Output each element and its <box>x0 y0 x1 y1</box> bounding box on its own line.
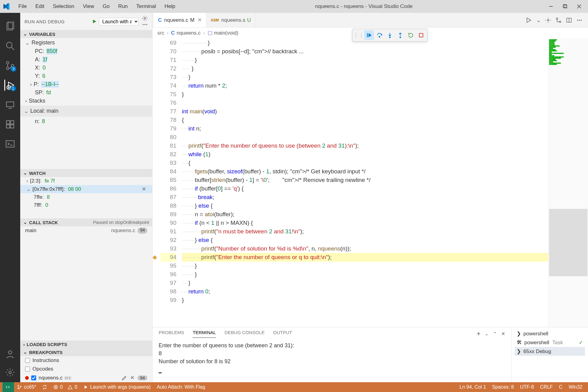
terminal-dropdown-icon[interactable]: ⌄ <box>485 331 489 337</box>
auto-attach[interactable]: Auto Attach: With Flag <box>154 384 208 390</box>
gear-icon[interactable] <box>545 17 551 23</box>
registers-group[interactable]: ⌄Registers <box>29 39 152 47</box>
language-mode[interactable]: C <box>556 384 566 390</box>
svg-marker-52 <box>85 386 87 389</box>
git-sync[interactable] <box>39 385 50 390</box>
eol[interactable]: CRLF <box>537 384 556 390</box>
more-icon[interactable] <box>576 17 582 23</box>
panel-tab-output[interactable]: OUTPUT <box>273 330 292 338</box>
step-over-button[interactable] <box>375 30 384 40</box>
menu-help[interactable]: Help <box>160 2 179 11</box>
minimap[interactable]: ██████████████████████████████████ █████… <box>548 39 588 327</box>
menu-edit[interactable]: Edit <box>31 2 48 11</box>
close-button[interactable] <box>576 4 582 9</box>
terminal-item[interactable]: 🛠powershellTask✓ <box>515 338 585 347</box>
run-icon[interactable] <box>525 17 532 24</box>
terminal-item[interactable]: ❯powershell <box>515 329 585 338</box>
maximize-panel-icon[interactable]: ⌃ <box>493 331 497 337</box>
accounts-icon[interactable] <box>5 349 16 360</box>
edit-icon[interactable] <box>122 375 127 381</box>
restart-button[interactable] <box>406 30 416 40</box>
title-bar: File Edit Selection View Go Run Terminal… <box>0 0 588 13</box>
encoding[interactable]: UTF-8 <box>517 384 537 390</box>
tab-nqueens-s[interactable]: ASMnqueens.sU <box>206 13 255 27</box>
maximize-button[interactable] <box>562 4 568 9</box>
run-debug-icon[interactable]: 1 <box>4 80 15 91</box>
indentation[interactable]: Spaces: 8 <box>489 384 517 390</box>
watch-row[interactable]: ⌄[0x7ffe:0x7fff]: 08 00✕ <box>20 185 152 193</box>
debug-toolbar[interactable]: ⋮⋮ <box>352 29 428 42</box>
os-indicator[interactable]: Win32 <box>566 384 586 390</box>
svg-point-46 <box>18 385 19 386</box>
split-icon[interactable] <box>566 17 572 23</box>
diff-icon[interactable] <box>556 17 562 23</box>
svg-marker-28 <box>527 18 531 22</box>
svg-rect-17 <box>10 121 14 124</box>
step-out-button[interactable] <box>395 30 405 40</box>
panel-tab-terminal[interactable]: TERMINAL <box>193 330 216 338</box>
menu-go[interactable]: Go <box>98 2 114 11</box>
source-control-icon[interactable]: 3 <box>5 60 16 71</box>
remove-bp-icon[interactable]: ✕ <box>130 375 134 381</box>
variables-section[interactable]: ⌄VARIABLES <box>20 30 152 38</box>
search-icon[interactable] <box>5 40 16 51</box>
terminal-panel-icon[interactable] <box>5 138 16 149</box>
remote-icon[interactable] <box>5 99 16 110</box>
breakpoints-section[interactable]: ⌄BREAKPOINTS <box>20 348 152 356</box>
minimize-button[interactable] <box>548 4 554 9</box>
menu-terminal[interactable]: Terminal <box>132 2 160 11</box>
svg-point-47 <box>18 388 19 389</box>
settings-icon[interactable] <box>5 367 16 378</box>
bp-file[interactable]: nqueens.csrc ✕94 <box>20 373 152 382</box>
debug-target[interactable]: Launch with args (nqueens) <box>80 384 153 390</box>
menu-view[interactable]: View <box>79 2 99 11</box>
explorer-icon[interactable] <box>5 21 16 32</box>
stack-frame[interactable]: mainnqueens.c94 <box>20 226 152 235</box>
more-icon[interactable] <box>142 21 148 28</box>
check-icon: ✓ <box>579 339 583 346</box>
breakpoint-gutter[interactable]: ◆ <box>153 39 160 327</box>
cursor-position[interactable]: Ln 94, Col 1 <box>457 384 489 390</box>
close-panel-icon[interactable]: ✕ <box>501 331 505 337</box>
delete-watch-icon[interactable]: ✕ <box>142 186 146 192</box>
svg-point-34 <box>577 20 578 21</box>
remote-indicator[interactable] <box>2 382 14 392</box>
svg-point-22 <box>9 371 11 374</box>
panel-tab-problems[interactable]: PROBLEMS <box>159 330 184 338</box>
close-tab-icon[interactable]: ✕ <box>198 17 202 23</box>
tab-nqueens-c[interactable]: Cnqueens.cM✕ <box>154 13 206 27</box>
bp-opcodes[interactable]: Opcodes <box>20 365 152 373</box>
svg-point-9 <box>6 62 9 64</box>
breakpoint-dot-icon <box>25 376 29 380</box>
menu-run[interactable]: Run <box>114 2 132 11</box>
menu-selection[interactable]: Selection <box>49 2 79 11</box>
terminal-item[interactable]: ❯65xx Debug <box>515 347 585 356</box>
step-into-button[interactable] <box>385 30 395 40</box>
local-n: 8 <box>42 118 45 125</box>
continue-button[interactable] <box>364 30 374 40</box>
local-group[interactable]: ⌄Local: main <box>29 107 149 115</box>
start-debug-button[interactable] <box>92 19 97 24</box>
stop-button[interactable] <box>416 30 426 40</box>
git-branch[interactable]: cc65* <box>14 384 39 390</box>
scm-badge: 3 <box>11 66 16 72</box>
menu-file[interactable]: File <box>14 2 31 11</box>
code-editor[interactable]: ················}············posib = pos… <box>182 39 548 327</box>
debug-config-select[interactable]: Launch with args <box>99 18 139 25</box>
stacks-group[interactable]: ›Stacks <box>29 97 152 105</box>
watch-section[interactable]: ⌄WATCH <box>20 169 152 177</box>
callstack-section[interactable]: ⌄CALL STACKPaused on stopOnBreakpoint <box>20 218 152 226</box>
reg-p[interactable]: --1B-I-- <box>41 81 59 88</box>
terminal-output[interactable]: Enter the number of queens to use (betwe… <box>153 340 511 382</box>
drag-handle-icon[interactable]: ⋮⋮ <box>354 30 364 40</box>
loaded-scripts-section[interactable]: ›LOADED SCRIPTS <box>20 341 152 348</box>
extensions-icon[interactable] <box>5 119 16 130</box>
svg-point-27 <box>146 24 147 25</box>
gear-icon[interactable] <box>142 15 148 21</box>
watch-row[interactable]: ›[2:3]: fe 7f <box>20 177 152 185</box>
panel-tab-debug-console[interactable]: DEBUG CONSOLE <box>224 330 265 338</box>
problems-indicator[interactable]: 0 0 <box>50 384 80 390</box>
bp-instructions[interactable]: Instructions <box>20 356 152 365</box>
new-terminal-icon[interactable]: + <box>477 330 481 338</box>
reg-pc: 850f <box>47 48 57 55</box>
